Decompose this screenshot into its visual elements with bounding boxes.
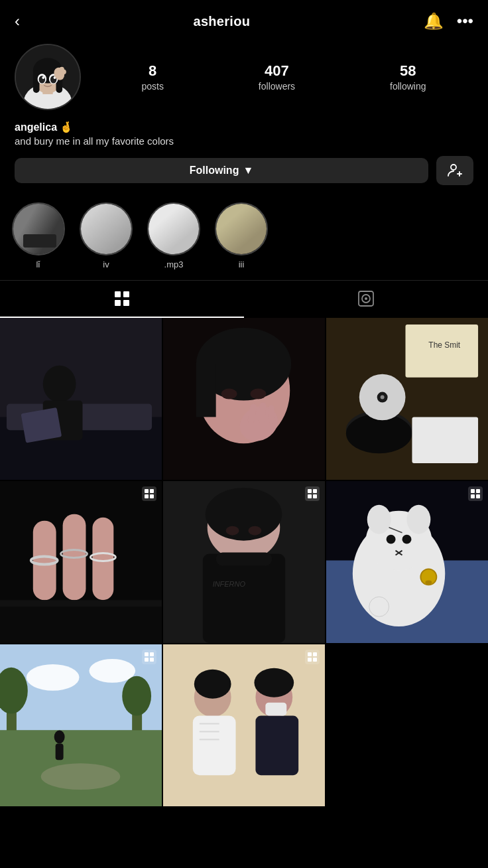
- svg-text:The Smit: The Smit: [428, 340, 460, 350]
- app-header: ‹ asheriou 🔔 •••: [0, 0, 488, 37]
- stories-row: lǐ iv .mp3 iii: [0, 196, 488, 273]
- following-label: following: [390, 81, 426, 92]
- svg-rect-76: [313, 494, 317, 498]
- svg-rect-21: [115, 300, 121, 306]
- svg-rect-88: [471, 489, 475, 493]
- posts-label: posts: [141, 81, 163, 92]
- svg-point-82: [407, 505, 431, 534]
- svg-rect-119: [265, 703, 286, 716]
- grid-photo-5[interactable]: INFERNO: [163, 481, 325, 643]
- svg-point-102: [54, 730, 65, 743]
- svg-rect-74: [313, 489, 317, 493]
- tab-grid[interactable]: [0, 281, 244, 318]
- svg-rect-68: [203, 554, 285, 643]
- svg-point-81: [367, 505, 391, 534]
- svg-rect-69: [216, 553, 273, 566]
- svg-rect-120: [308, 652, 312, 656]
- posts-stat[interactable]: 8 posts: [141, 62, 163, 92]
- story-item[interactable]: lǐ: [12, 202, 65, 269]
- svg-rect-109: [163, 644, 325, 806]
- svg-point-15: [61, 69, 66, 74]
- story-item[interactable]: iv: [80, 202, 133, 269]
- add-person-icon: [447, 163, 463, 179]
- profile-bio: and bury me in all my favorite colors: [15, 135, 473, 147]
- svg-rect-43: [406, 325, 479, 378]
- grid-photo-2[interactable]: [163, 318, 325, 480]
- svg-point-37: [250, 389, 266, 399]
- multi-photo-icon: [142, 486, 156, 501]
- more-icon[interactable]: •••: [457, 12, 473, 31]
- back-button[interactable]: ‹: [15, 12, 20, 31]
- multi-photo-icon: [305, 650, 320, 664]
- grid-photo-8[interactable]: [163, 644, 325, 806]
- svg-rect-61: [150, 489, 154, 493]
- svg-rect-103: [56, 743, 64, 760]
- story-label-1: lǐ: [36, 259, 41, 269]
- story-circle-3[interactable]: [147, 202, 200, 255]
- posts-count: 8: [149, 62, 156, 80]
- svg-rect-35: [196, 364, 216, 417]
- profile-username: asheriou: [194, 14, 251, 29]
- svg-rect-123: [313, 658, 317, 662]
- following-stat[interactable]: 58 following: [390, 62, 426, 92]
- svg-point-67: [206, 488, 282, 541]
- svg-rect-91: [476, 494, 480, 498]
- svg-point-71: [226, 526, 239, 536]
- story-label-4: iii: [239, 259, 245, 269]
- svg-rect-112: [193, 716, 236, 776]
- svg-rect-31: [21, 407, 62, 443]
- svg-rect-121: [313, 652, 317, 656]
- story-circle-1[interactable]: [12, 202, 65, 255]
- svg-point-101: [41, 763, 121, 790]
- grid-photo-4[interactable]: [0, 481, 162, 643]
- story-circle-4[interactable]: [215, 202, 268, 255]
- svg-point-25: [365, 297, 367, 300]
- svg-rect-104: [145, 652, 149, 656]
- photo-grid: The Smit: [0, 318, 488, 806]
- notification-icon[interactable]: 🔔: [424, 12, 444, 31]
- svg-rect-89: [476, 489, 480, 493]
- svg-rect-20: [123, 291, 129, 297]
- svg-point-83: [387, 535, 396, 544]
- svg-rect-59: [0, 607, 162, 643]
- svg-point-72: [248, 526, 261, 536]
- bio-section: angelica 🤞 and bury me in all my favorit…: [0, 119, 488, 156]
- grid-photo-1[interactable]: [0, 318, 162, 480]
- svg-rect-62: [145, 494, 149, 498]
- svg-text:INFERNO: INFERNO: [213, 580, 246, 588]
- svg-rect-105: [150, 652, 154, 656]
- svg-point-99: [122, 676, 151, 716]
- profile-section: 8 posts 407 followers 58 following: [0, 37, 488, 119]
- followers-stat[interactable]: 407 followers: [259, 62, 295, 92]
- avatar[interactable]: [15, 44, 81, 110]
- svg-point-29: [43, 366, 76, 403]
- grid-photo-7[interactable]: [0, 644, 162, 806]
- action-buttons: Following ▼: [0, 156, 488, 196]
- following-button[interactable]: Following ▼: [15, 158, 428, 183]
- svg-rect-60: [145, 489, 149, 493]
- story-item[interactable]: iii: [215, 202, 268, 269]
- grid-photo-6[interactable]: [326, 481, 488, 643]
- add-friend-button[interactable]: [436, 156, 473, 185]
- svg-rect-47: [412, 417, 478, 463]
- profile-name: angelica 🤞: [15, 121, 473, 133]
- tab-bar: [0, 280, 488, 318]
- tagged-icon: [357, 290, 375, 307]
- story-circle-2[interactable]: [80, 202, 133, 255]
- svg-rect-118: [255, 716, 298, 776]
- svg-point-95: [89, 659, 135, 683]
- multi-photo-icon: [468, 486, 483, 501]
- following-count: 58: [400, 62, 416, 80]
- svg-point-87: [369, 597, 389, 616]
- svg-rect-75: [308, 494, 312, 498]
- svg-point-36: [221, 389, 237, 399]
- grid-photo-3[interactable]: The Smit: [326, 318, 488, 480]
- tab-tagged[interactable]: [244, 281, 488, 318]
- story-item[interactable]: .mp3: [147, 202, 200, 269]
- svg-point-16: [451, 165, 456, 170]
- story-label-2: iv: [103, 259, 109, 269]
- grid-icon: [113, 290, 131, 307]
- header-actions: 🔔 •••: [424, 12, 473, 31]
- svg-rect-73: [308, 489, 312, 493]
- svg-rect-63: [150, 494, 154, 498]
